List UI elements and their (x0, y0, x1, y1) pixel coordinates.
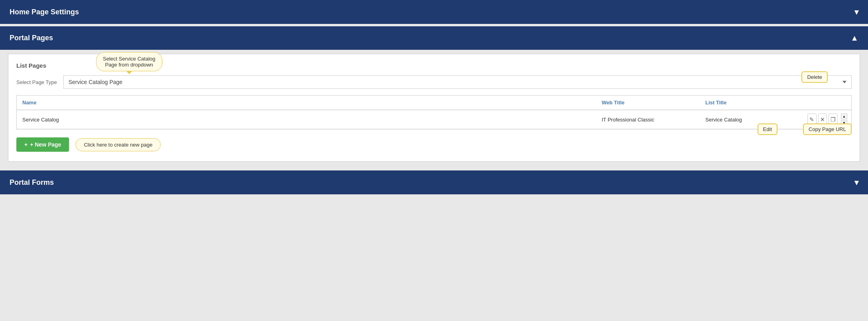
table-relative-container: Delete Name Web Title List Title Service… (16, 95, 852, 129)
copy-page-url-tooltip-label: Copy Page URL (803, 123, 852, 135)
scroll-up-button[interactable]: ▲ (841, 114, 847, 119)
new-page-button[interactable]: + + New Page (16, 137, 69, 152)
select-row: Select Service Catalog Page from dropdow… (16, 75, 852, 89)
list-pages-container: List Pages Select Service Catalog Page f… (8, 54, 860, 162)
table-row: Service Catalog IT Professional Classic … (17, 110, 851, 129)
portal-forms-section: Portal Forms ▾ (0, 170, 868, 194)
bottom-row: + + New Page Click here to create new pa… (16, 136, 852, 153)
row-name: Service Catalog (17, 112, 596, 127)
home-page-settings-title: Home Page Settings (10, 8, 79, 16)
portal-pages-title: Portal Pages (10, 34, 53, 42)
portal-forms-header[interactable]: Portal Forms ▾ (0, 170, 868, 194)
new-page-plus-icon: + (24, 141, 28, 148)
portal-pages-header[interactable]: Portal Pages ▲ (0, 26, 868, 50)
edit-tooltip-label: Edit (758, 123, 777, 135)
col-name: Name (17, 96, 596, 110)
col-web-title: Web Title (596, 96, 700, 110)
portal-pages-chevron: ▲ (850, 33, 858, 43)
portal-pages-section: Portal Pages ▲ List Pages Select Service… (0, 26, 868, 168)
delete-tooltip: Delete (801, 71, 828, 83)
dropdown-tooltip: Select Service Catalog Page from dropdow… (96, 52, 162, 71)
table-header: Name Web Title List Title (17, 96, 851, 110)
pages-table: Name Web Title List Title Service Catalo… (16, 95, 852, 129)
select-page-type-label: Select Page Type (16, 79, 57, 85)
row-web-title: IT Professional Classic (596, 112, 700, 127)
portal-forms-title: Portal Forms (10, 178, 54, 187)
col-actions (803, 96, 851, 110)
portal-forms-chevron: ▾ (854, 178, 858, 187)
new-page-tooltip: Click here to create new page (75, 138, 161, 151)
home-page-settings-chevron: ▾ (854, 7, 858, 17)
page-type-dropdown[interactable]: Service Catalog Page (63, 75, 852, 89)
row-list-title: Service Catalog (700, 112, 803, 127)
home-page-settings-header[interactable]: Home Page Settings ▾ (0, 0, 868, 24)
col-list-title: List Title (700, 96, 803, 110)
new-page-label: + New Page (30, 141, 61, 148)
